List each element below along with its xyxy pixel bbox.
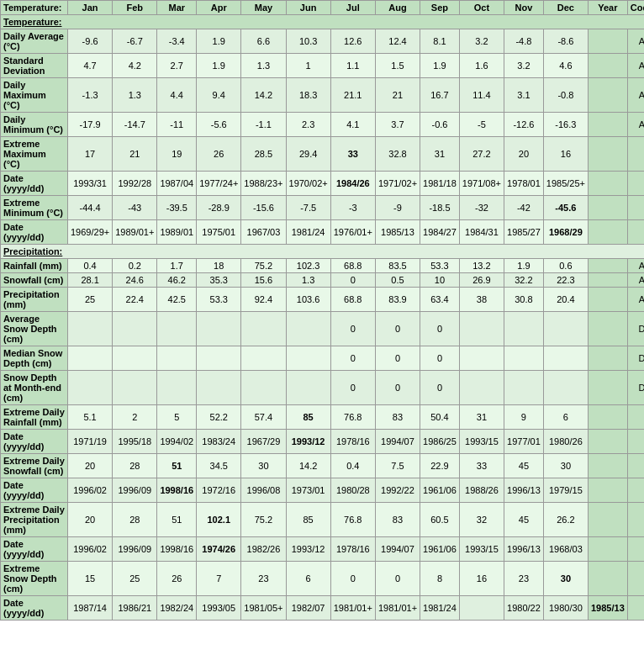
table-cell: 33 [459,454,504,478]
table-cell [157,312,197,346]
table-cell [588,220,627,245]
table-cell [157,371,197,405]
table-cell: 3.2 [459,29,504,54]
table-cell: 51 [157,503,197,537]
table-cell: -5 [459,113,504,137]
table-cell: 32 [459,503,504,537]
row-label: Date (yyyy/dd) [1,478,68,503]
table-cell: 1.9 [197,29,241,54]
table-cell: 0.2 [113,259,157,273]
table-cell: 0 [330,562,375,596]
table-cell: 1978/01 [504,172,544,196]
table-cell: 10.3 [286,29,330,54]
table-cell: 1989/01 [157,220,197,245]
table-cell [627,454,644,478]
table-cell: 1981/05+ [241,596,286,621]
table-cell: 23 [504,562,544,596]
table-cell: 4.7 [68,54,113,78]
table-cell: 1980/28 [330,478,375,503]
table-cell: 1981/01+ [330,596,375,621]
row-label: Date (yyyy/dd) [1,596,68,621]
row-label: Extreme Daily Rainfall (mm) [1,405,68,430]
table-cell: 0 [330,371,375,405]
table-cell: 1986/25 [420,430,460,454]
table-cell: 4.4 [157,78,197,113]
table-cell: 1979/15 [543,478,588,503]
table-cell: 1984/26 [330,172,375,196]
table-cell: 8 [420,562,460,596]
table-cell: -8.6 [543,29,588,54]
table-cell [627,537,644,562]
table-cell: -39.5 [157,196,197,220]
table-cell [627,405,644,430]
table-cell [588,405,627,430]
table-cell: 1984/27 [420,220,460,245]
table-cell: 45 [504,503,544,537]
table-cell: D [627,346,644,371]
table-cell [627,562,644,596]
table-cell: D [627,371,644,405]
table-cell [113,371,157,405]
col-jul: Jul [330,1,375,15]
table-cell: 1986/21 [113,596,157,621]
table-cell: 24.6 [113,273,157,288]
table-cell [588,537,627,562]
table-cell: 5 [157,405,197,430]
table-cell [588,172,627,196]
row-label: Date (yyyy/dd) [1,172,68,196]
table-cell: 35.3 [197,273,241,288]
table-cell: 102.1 [197,503,241,537]
table-cell: 52.2 [197,405,241,430]
table-cell: 12.4 [375,29,420,54]
table-cell: 1978/16 [330,537,375,562]
table-cell: 14.2 [286,454,330,478]
table-cell: 14.2 [241,78,286,113]
table-cell [588,54,627,78]
table-cell [157,346,197,371]
table-cell: 4.2 [113,54,157,78]
table-cell: -45.6 [543,196,588,220]
column-header-label: Temperature: [1,1,68,15]
table-cell: -1.3 [68,78,113,113]
row-label: Date (yyyy/dd) [1,537,68,562]
col-may: May [241,1,286,15]
table-cell: 1982/24 [157,596,197,621]
table-cell: 1981/01+ [375,596,420,621]
table-cell [241,312,286,346]
table-cell: -7.5 [286,196,330,220]
row-label: Extreme Daily Snowfall (cm) [1,454,68,478]
table-cell: 0 [330,312,375,346]
table-cell: 30 [543,562,588,596]
table-cell: 7.5 [375,454,420,478]
table-cell: 1 [286,54,330,78]
col-mar: Mar [157,1,197,15]
table-cell: 8.1 [420,29,460,54]
table-cell [504,312,544,346]
table-cell: 28.1 [68,273,113,288]
table-cell [588,346,627,371]
table-cell: 1988/26 [459,478,504,503]
table-cell [197,371,241,405]
table-cell: 1992/28 [113,172,157,196]
table-cell: 53.3 [197,288,241,312]
table-cell: 1.3 [241,54,286,78]
table-cell: 3.2 [504,54,544,78]
row-label: Rainfall (mm) [1,259,68,273]
col-apr: Apr [197,1,241,15]
table-cell: -0.6 [420,113,460,137]
table-cell: 19 [157,137,197,172]
table-cell [627,172,644,196]
table-cell: 1980/26 [543,430,588,454]
table-cell: A [627,78,644,113]
table-cell: -44.4 [68,196,113,220]
table-cell: 1993/15 [459,430,504,454]
col-feb: Feb [113,1,157,15]
table-cell [627,596,644,621]
table-cell: 0 [375,371,420,405]
table-cell [459,596,504,621]
table-cell: 15 [68,562,113,596]
section-header: Precipitation: [1,245,645,259]
table-cell: -9.6 [68,29,113,54]
table-cell: -17.9 [68,113,113,137]
table-cell: 21 [375,78,420,113]
